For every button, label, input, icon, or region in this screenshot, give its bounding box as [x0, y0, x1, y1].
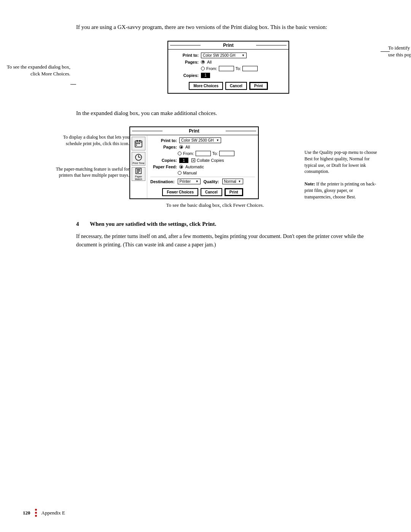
- expanded-dialog-title: Print: [130, 127, 258, 135]
- step-4-row: 4 When you are satisfied with the settin…: [76, 220, 381, 228]
- basic-dialog-title: Print: [168, 42, 288, 50]
- intro-text: If you are using a GX-savvy program, the…: [76, 23, 381, 32]
- basic-dialog-section: To see the expanded dialog box, click Mo…: [76, 41, 381, 94]
- footer-dot-1: [35, 509, 37, 511]
- copies-label: Copies:: [172, 73, 199, 78]
- paper-match-label: Paper Match: [132, 175, 145, 181]
- step-4-text: When you are satisfied with the settings…: [90, 220, 216, 228]
- collate-checkbox[interactable]: [191, 158, 195, 162]
- print-time-icon[interactable]: Print Time: [132, 152, 145, 166]
- manual-label: Manual: [183, 171, 197, 175]
- exp-copies-label: Copies:: [150, 158, 177, 163]
- more-choices-button[interactable]: More Choices: [189, 82, 223, 90]
- destination-select[interactable]: Printer ▼: [178, 179, 201, 184]
- exp-copies-row: Copies: 1 Collate Copies: [150, 158, 255, 163]
- expanded-dialog-buttons: Fewer Choices Cancel Print: [150, 187, 255, 196]
- print-to-label: Print to:: [172, 53, 199, 58]
- paper-feed-label: Paper Feed:: [150, 165, 177, 169]
- to-input[interactable]: [242, 66, 258, 71]
- exp-print-to-select[interactable]: Color SW 2500 GH ▼: [179, 137, 221, 143]
- exp-from-label: From:: [183, 151, 194, 156]
- exp-from-input[interactable]: [196, 151, 211, 156]
- note-annotation: Note: If the printer is printing on back…: [304, 181, 381, 200]
- pages-all-radio[interactable]: [201, 60, 205, 64]
- footer-dots-decoration: [35, 509, 37, 517]
- expanded-left-ann1: To display a dialog box that lets you sc…: [53, 134, 129, 147]
- collate-label: Collate Copies: [197, 158, 224, 163]
- basic-left-annotation: To see the expanded dialog box, click Mo…: [0, 64, 70, 77]
- destination-label: Destination:: [150, 179, 175, 184]
- collate-copies-container: Collate Copies: [191, 158, 224, 163]
- expanded-right-annotations: Use the Quality pop-up menu to choose Be…: [301, 126, 381, 200]
- page-number: 120: [23, 510, 30, 516]
- quality-select[interactable]: Normal ▼: [222, 179, 243, 184]
- basic-dialog-buttons: More Choices Cancel Print: [172, 80, 285, 90]
- basic-right-annotation: To identify the desktop printer you want…: [388, 45, 411, 58]
- exp-from-to-row: From: To:: [178, 151, 255, 156]
- step-4-number: 4: [76, 221, 84, 227]
- expanded-left-ann2: The paper-matching feature is useful for…: [53, 166, 129, 179]
- exp-print-to-row: Print to: Color SW 2500 GH ▼: [150, 137, 255, 143]
- right-connector-line: [381, 51, 390, 52]
- page-footer: 120 Appendix E: [23, 509, 65, 517]
- expanded-dialog-wrapper: Print: [129, 126, 301, 208]
- svg-rect-12: [137, 169, 140, 170]
- exp-pages-all-row: Pages: All: [150, 145, 255, 149]
- basic-print-dialog: Print Print to: Color SW 2500 GH ▼ Pages…: [167, 41, 289, 94]
- manual-radio[interactable]: [178, 171, 182, 175]
- from-input[interactable]: [219, 66, 234, 71]
- footer-dot-2: [35, 512, 37, 514]
- exp-print-to-label: Print to:: [150, 138, 177, 143]
- print-to-row: Print to: Color SW 2500 GH ▼: [172, 53, 285, 58]
- note-bold: Note:: [304, 181, 315, 187]
- expanded-cancel-button[interactable]: Cancel: [201, 188, 222, 196]
- copies-input[interactable]: 1: [201, 73, 210, 78]
- basic-cancel-button[interactable]: Cancel: [225, 82, 247, 90]
- expanded-print-button[interactable]: Print: [225, 188, 243, 196]
- svg-rect-13: [137, 171, 140, 171]
- sidebar-icons: Print Time Paper Match: [130, 135, 147, 198]
- footer-appendix: Appendix E: [41, 510, 65, 516]
- note-text: If the printer is printing on back-print…: [304, 181, 376, 200]
- expanded-dialog-content: Print to: Color SW 2500 GH ▼ Pages: A: [147, 135, 258, 198]
- paper-match-icon[interactable]: Paper Match: [132, 167, 145, 181]
- exp-paper-feed-row: Paper Feed: Automatic: [150, 165, 255, 169]
- footer-dot-3: [35, 515, 37, 517]
- body-text: If necessary, the printer turns itself o…: [76, 232, 381, 249]
- exp-pages-all-radio[interactable]: [179, 145, 183, 149]
- expanded-left-annotations: To display a dialog box that lets you sc…: [53, 126, 129, 179]
- pages-label: Pages:: [172, 60, 199, 64]
- print-to-select[interactable]: Color SW 2500 GH ▼: [201, 53, 247, 58]
- bottom-annotation: To see the basic dialog box, click Fewer…: [129, 202, 301, 208]
- automatic-label: Automatic: [185, 165, 204, 169]
- exp-dropdown-arrow-icon: ▼: [216, 139, 219, 142]
- left-connector-line: [70, 84, 76, 85]
- exp-copies-input[interactable]: 1: [179, 158, 188, 163]
- calendar-icon[interactable]: [132, 137, 145, 150]
- svg-rect-3: [139, 140, 140, 142]
- automatic-radio[interactable]: [179, 165, 183, 169]
- print-time-label: Print Time: [132, 162, 145, 165]
- middle-text: In the expanded dialog box, you can make…: [76, 109, 381, 118]
- dropdown-arrow-icon: ▼: [242, 54, 245, 57]
- pages-from-to-row: From: To:: [201, 66, 285, 71]
- svg-rect-2: [137, 140, 138, 142]
- exp-from-radio[interactable]: [178, 152, 182, 155]
- copies-row: Copies: 1: [172, 73, 285, 78]
- exp-to-input[interactable]: [219, 151, 234, 156]
- expanded-print-dialog: Print: [129, 126, 259, 199]
- exp-pages-all-label: All: [185, 145, 190, 149]
- expanded-dialog-section: To display a dialog box that lets you sc…: [53, 126, 381, 208]
- quality-annotation: Use the Quality pop-up menu to choose Be…: [304, 149, 381, 175]
- basic-print-button[interactable]: Print: [249, 82, 268, 90]
- quality-label: Quality:: [204, 179, 219, 184]
- pages-from-radio[interactable]: [201, 67, 205, 70]
- fewer-choices-button[interactable]: Fewer Choices: [162, 188, 198, 196]
- from-label: From:: [206, 66, 217, 71]
- svg-rect-6: [139, 143, 140, 144]
- pages-all-row: Pages: All: [172, 60, 285, 64]
- manual-row: Manual: [178, 171, 255, 175]
- svg-rect-4: [136, 143, 137, 144]
- svg-rect-5: [137, 143, 139, 144]
- exp-pages-label: Pages:: [150, 145, 177, 149]
